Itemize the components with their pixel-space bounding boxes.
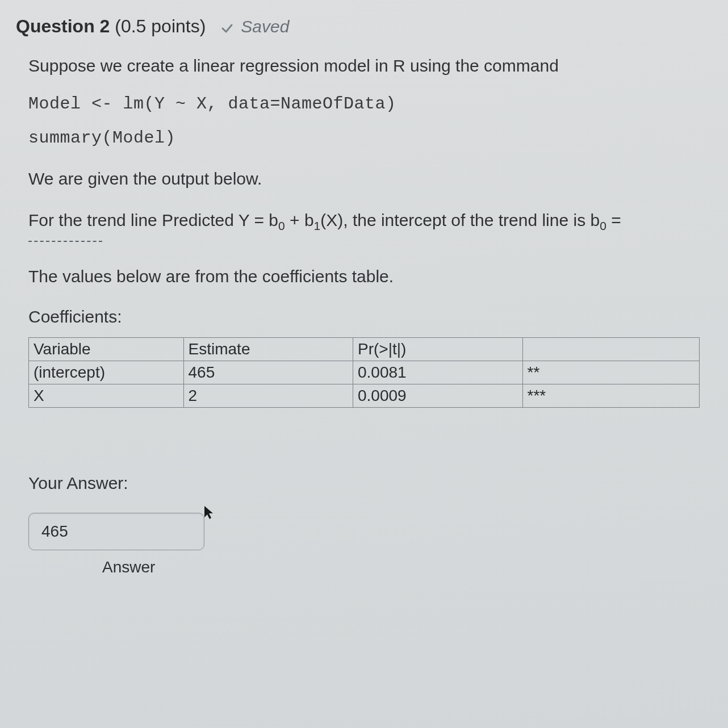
table-header-sig <box>522 337 700 361</box>
cursor-icon <box>203 505 215 520</box>
values-below-text: The values below are from the coefficien… <box>16 263 712 289</box>
trend-part2: + b <box>285 211 314 229</box>
trend-eq: = <box>606 211 621 229</box>
table-header-pr: Pr(>|t|) <box>353 337 522 361</box>
check-icon <box>220 20 234 34</box>
table-cell: X <box>29 384 184 407</box>
table-cell: 0.0081 <box>353 361 522 384</box>
trend-line-text: For the trend line Predicted Y = b0 + b1… <box>16 207 712 235</box>
saved-text: Saved <box>241 17 289 36</box>
trend-part1: For the trend line Predicted Y = b <box>28 211 278 229</box>
table-cell: 465 <box>183 361 353 384</box>
question-title: Question 2 (0.5 points) <box>16 16 206 37</box>
intro-text: Suppose we create a linear regression mo… <box>16 53 712 78</box>
table-cell: *** <box>522 384 700 407</box>
trend-part3: (X), the intercept of the trend line is … <box>320 211 600 229</box>
table-row: X 2 0.0009 *** <box>29 384 700 407</box>
table-row: (intercept) 465 0.0081 ** <box>29 361 700 384</box>
question-page: Question 2 (0.5 points) Saved Suppose we… <box>0 0 728 728</box>
question-number: Question 2 <box>16 16 110 36</box>
answer-caption: Answer <box>102 558 712 576</box>
code-line-model: Model <- lm(Y ~ X, data=NameOfData) <box>16 94 712 114</box>
sub-zero-1: 0 <box>278 219 285 232</box>
given-text: We are given the output below. <box>16 166 712 191</box>
table-cell: 0.0009 <box>353 384 522 407</box>
table-header-variable: Variable <box>29 337 184 361</box>
coefficients-table: Variable Estimate Pr(>|t|) (intercept) 4… <box>28 337 700 408</box>
your-answer-label: Your Answer: <box>16 470 712 496</box>
table-row: Variable Estimate Pr(>|t|) <box>29 337 700 361</box>
coefficients-label: Coefficients: <box>16 304 712 329</box>
table-cell: 2 <box>183 384 353 407</box>
question-header: Question 2 (0.5 points) Saved <box>16 16 712 37</box>
code-line-summary: summary(Model) <box>16 128 712 148</box>
answer-area: Answer <box>28 513 712 576</box>
table-cell: (intercept) <box>29 361 184 384</box>
answer-input[interactable] <box>28 513 204 550</box>
saved-indicator: Saved <box>220 17 289 36</box>
question-points: (0.5 points) <box>115 16 206 36</box>
table-cell: ** <box>522 361 700 384</box>
table-header-estimate: Estimate <box>183 337 353 361</box>
fill-blank <box>28 240 102 242</box>
sub-one: 1 <box>314 219 321 232</box>
sub-zero-2: 0 <box>600 219 606 232</box>
